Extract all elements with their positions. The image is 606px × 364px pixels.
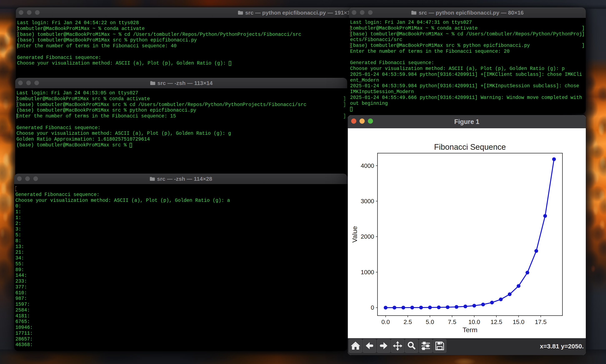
svg-text:0.0: 0.0 — [381, 319, 390, 325]
svg-text:Term: Term — [463, 326, 477, 334]
svg-text:Fibonacci Sequence: Fibonacci Sequence — [434, 143, 506, 151]
svg-text:Value: Value — [351, 226, 358, 243]
svg-text:7.5: 7.5 — [448, 319, 456, 325]
svg-text:1000: 1000 — [361, 269, 374, 275]
svg-text:2.5: 2.5 — [404, 319, 412, 325]
svg-text:17.5: 17.5 — [535, 319, 546, 325]
svg-text:2000: 2000 — [361, 233, 374, 240]
svg-text:12.5: 12.5 — [491, 319, 502, 325]
svg-text:3000: 3000 — [361, 198, 374, 205]
svg-text:0: 0 — [371, 304, 374, 311]
svg-text:10.0: 10.0 — [468, 319, 480, 325]
svg-text:15.0: 15.0 — [513, 319, 524, 325]
svg-text:4000: 4000 — [361, 162, 374, 169]
svg-text:5.0: 5.0 — [426, 319, 434, 325]
